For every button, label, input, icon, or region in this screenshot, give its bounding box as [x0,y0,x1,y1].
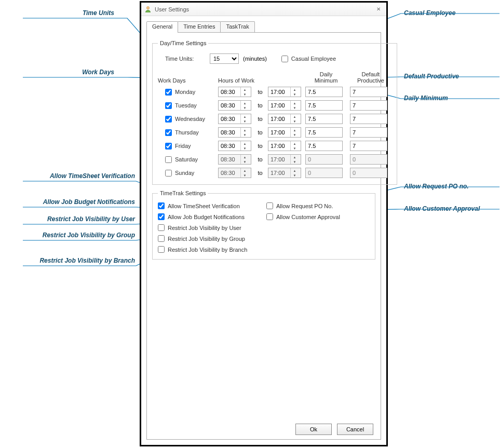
day-checkbox-label[interactable]: Monday [158,89,215,96]
casual-employee-checkbox[interactable] [281,56,288,62]
timetrak-checkbox[interactable] [158,235,165,242]
day-checkbox-label[interactable]: Saturday [158,156,215,163]
timetrak-checkbox[interactable] [158,202,165,209]
timetrak-option[interactable]: Restrict Job Visibility by Group [158,235,261,242]
numeric-input[interactable] [305,127,343,138]
tab-time-entries[interactable]: Time Entries [178,21,221,33]
timetrak-option[interactable]: Allow TimeSheet Verification [158,202,261,209]
day-checkbox-label[interactable]: Tuesday [158,102,215,109]
time-spinner[interactable]: ▲▼ [268,100,301,111]
casual-employee-checkbox-label[interactable]: Casual Employee [281,56,336,62]
spinner-up-icon[interactable]: ▲ [291,101,299,105]
spinner-up-icon[interactable]: ▲ [241,114,249,119]
ok-button[interactable]: Ok [295,424,332,435]
time-spinner[interactable]: ▲▼ [218,100,251,111]
daytime-group: Day/Time Settings Time Units: 15 (minute… [152,40,397,185]
spinner-up-icon[interactable]: ▲ [291,114,299,119]
time-spinner[interactable]: ▲▼ [268,127,301,138]
spinner-up-icon[interactable]: ▲ [291,87,299,92]
spinner-down-icon[interactable]: ▼ [291,92,299,97]
time-spinner[interactable]: ▲▼ [268,141,301,151]
day-checkbox-label[interactable]: Friday [158,143,215,150]
day-checkbox[interactable] [165,170,172,177]
time-spinner-input[interactable] [268,87,290,97]
day-checkbox[interactable] [165,156,172,163]
cancel-button[interactable]: Cancel [337,424,373,435]
spinner-up-icon: ▲ [291,155,299,159]
spinner-down-icon[interactable]: ▼ [241,146,249,151]
spinner-down-icon[interactable]: ▼ [241,132,249,137]
time-spinner-input[interactable] [268,101,290,110]
time-spinner[interactable]: ▲▼ [218,141,251,151]
time-spinner[interactable]: ▲▼ [218,127,251,138]
time-spinner-input[interactable] [219,114,240,124]
time-spinner-input[interactable] [219,141,240,151]
day-checkbox[interactable] [165,143,172,150]
tab-tasktrak[interactable]: TaskTrak [220,21,254,33]
time-units-select[interactable]: 15 [210,53,239,64]
time-spinner-input [268,155,290,164]
time-spinner: ▲▼ [218,154,251,165]
timetrak-option[interactable]: Allow Job Budget Notifications [158,213,261,220]
day-checkbox[interactable] [165,116,172,123]
time-spinner[interactable]: ▲▼ [268,114,301,124]
day-checkbox[interactable] [165,102,172,109]
timetrak-option[interactable]: Allow Request PO No. [266,202,370,209]
day-name: Monday [175,89,195,95]
timetrak-option[interactable]: Restrict Job Visibility by Branch [158,246,261,253]
day-checkbox[interactable] [165,129,172,136]
numeric-input[interactable] [305,100,343,111]
timetrak-checkbox[interactable] [158,213,165,220]
spinner-up-icon[interactable]: ▲ [291,141,299,146]
day-checkbox-label[interactable]: Wednesday [158,116,215,123]
time-spinner-input[interactable] [268,128,290,137]
time-spinner[interactable]: ▲▼ [218,87,251,97]
tab-general[interactable]: General [146,21,178,33]
time-spinner-input[interactable] [268,141,290,151]
timetrak-checkbox[interactable] [158,224,165,231]
spinner-down-icon[interactable]: ▼ [291,119,299,124]
timetrak-checkbox[interactable] [266,202,273,209]
spinner-up-icon[interactable]: ▲ [241,101,249,105]
day-checkbox[interactable] [165,89,172,96]
timetrak-checkbox[interactable] [266,213,273,220]
time-spinner[interactable]: ▲▼ [218,114,251,124]
numeric-input[interactable] [305,141,343,151]
timetrak-checkbox[interactable] [158,246,165,253]
spinner-down-icon[interactable]: ▼ [291,105,299,110]
spinner-down-icon: ▼ [241,173,249,178]
spinner-up-icon[interactable]: ▲ [241,128,249,132]
time-spinner-input[interactable] [219,101,240,110]
timetrak-option-label: Allow Job Budget Notifications [168,214,245,220]
timetrak-option[interactable]: Restrict Job Visibility by User [158,224,261,231]
numeric-input[interactable] [350,114,387,124]
spinner-up-icon[interactable]: ▲ [291,128,299,132]
day-checkbox-label[interactable]: Sunday [158,170,215,177]
day-checkbox-label[interactable]: Thursday [158,129,215,136]
tabstrip: General Time Entries TaskTrak [146,21,381,33]
timetrak-option[interactable]: Allow Customer Approval [266,213,370,220]
numeric-input[interactable] [305,114,343,124]
spinner-down-icon[interactable]: ▼ [291,132,299,137]
close-button[interactable]: ✕ [374,6,383,13]
time-spinner-input[interactable] [219,87,240,97]
time-spinner[interactable]: ▲▼ [268,87,301,97]
numeric-input[interactable] [350,141,387,151]
spinner-down-icon[interactable]: ▼ [241,119,249,124]
spinner-up-icon[interactable]: ▲ [241,87,249,92]
numeric-input[interactable] [350,127,387,138]
spinner-down-icon[interactable]: ▼ [241,92,249,97]
callout-work-days: Work Days [0,69,114,76]
time-spinner-input [219,168,240,178]
spinner-down-icon[interactable]: ▼ [241,105,249,110]
numeric-input [350,154,387,165]
numeric-input[interactable] [350,100,387,111]
numeric-input[interactable] [305,87,343,97]
spinner-up-icon[interactable]: ▲ [241,141,249,146]
time-spinner-input[interactable] [219,128,240,137]
time-spinner-input[interactable] [268,114,290,124]
numeric-input[interactable] [350,87,387,97]
tab-panel-general: Day/Time Settings Time Units: 15 (minute… [146,32,381,440]
timetrak-option-label: Allow Customer Approval [276,214,340,220]
spinner-down-icon[interactable]: ▼ [291,146,299,151]
